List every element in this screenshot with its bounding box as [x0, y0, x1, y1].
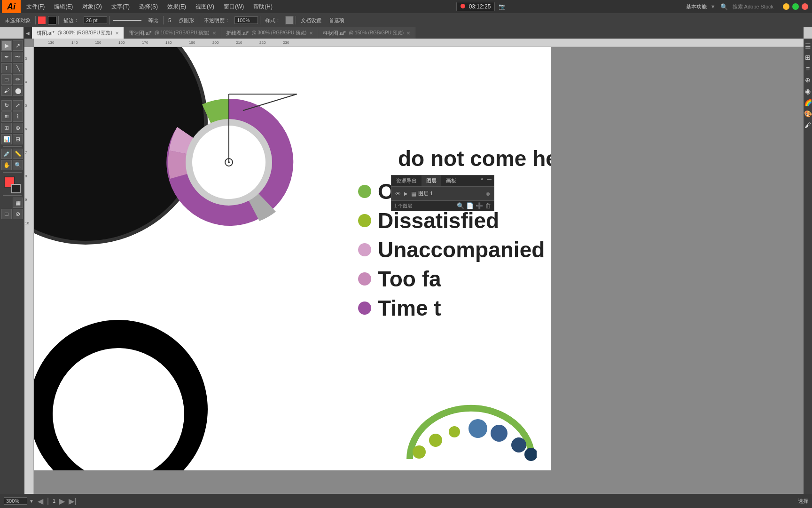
canvas-area: 130 140 150 160 170 180 190 200 210 220 …: [24, 39, 804, 494]
menu-window[interactable]: 窗口(W): [220, 2, 248, 12]
layer-expand-icon[interactable]: ▶: [403, 191, 409, 196]
control-toolbar: 未选择对象 描边： 等比 5 点圆形 不透明度： 样式： 文档设置 首选项: [0, 13, 812, 27]
equal-label: 等比: [145, 16, 161, 25]
camera-icon[interactable]: 📷: [499, 3, 506, 10]
tool-row-select: ▶ ↗: [1, 40, 23, 51]
layer-tab-layers[interactable]: 图层: [422, 175, 441, 186]
minimize-button[interactable]: [783, 3, 789, 10]
nav-end-icon[interactable]: ▶|: [69, 497, 76, 506]
tool-hand[interactable]: ✋: [1, 160, 12, 170]
stroke-icon-right[interactable]: ◉: [805, 87, 811, 95]
tool-chart2[interactable]: ⊟: [13, 134, 23, 144]
tool-warp[interactable]: ≋: [1, 111, 12, 122]
layer-tab-artboard[interactable]: 画板: [441, 175, 461, 186]
tool-grid-1[interactable]: ▦: [13, 198, 23, 208]
tool-chart[interactable]: 📊: [1, 134, 12, 144]
fill-color-box[interactable]: [48, 16, 56, 24]
fill-stroke-indicator[interactable]: [4, 176, 21, 193]
zoom-dropdown-icon[interactable]: ▼: [29, 499, 34, 504]
layers-add-icon[interactable]: 📄: [466, 202, 474, 209]
tool-warp2[interactable]: ⌇: [13, 111, 23, 122]
donut-svg: [151, 85, 306, 240]
tool-mode-2[interactable]: ⊘: [13, 209, 23, 219]
tool-brush[interactable]: 🖌: [1, 86, 12, 96]
tool-row-chart: 📊 ⊟: [1, 134, 23, 144]
tab-1-close[interactable]: ✕: [212, 31, 216, 36]
legend-dot-4: [358, 302, 371, 315]
tool-scale[interactable]: ⤢: [13, 100, 23, 111]
menu-effect[interactable]: 效果(E): [164, 2, 190, 12]
tool-free-transform[interactable]: ⊞: [1, 123, 12, 133]
pathfinder-icon[interactable]: ⊕: [805, 76, 811, 84]
menu-view[interactable]: 视图(V): [192, 2, 218, 12]
close-button[interactable]: [802, 3, 808, 10]
layers-delete-icon[interactable]: 🗑: [485, 202, 491, 209]
swatch-icon[interactable]: 🎨: [804, 110, 812, 118]
menu-file[interactable]: 文件(F): [23, 2, 48, 12]
zoom-input[interactable]: [4, 497, 27, 505]
tool-rotate[interactable]: ↻: [1, 100, 12, 111]
menu-object[interactable]: 对象(O): [78, 2, 105, 12]
layers-pin-icon[interactable]: —: [485, 176, 493, 182]
tab-3[interactable]: 柱状图.ai* @ 150% (RGB/GPU 预览) ✕: [318, 27, 415, 39]
transform-icon[interactable]: ⊞: [805, 54, 811, 61]
menu-help[interactable]: 帮助(H): [250, 2, 276, 12]
layers-search-icon[interactable]: 🔍: [457, 202, 464, 209]
workspace-label[interactable]: 基本功能: [686, 3, 707, 10]
legend-label-1: Dissatisfied: [378, 208, 499, 233]
layers-new-icon[interactable]: ➕: [476, 202, 483, 209]
titlebar-center: 03:12:25 📷: [456, 2, 506, 11]
tool-curvature[interactable]: 〜: [13, 52, 23, 62]
stroke-color-box[interactable]: [38, 16, 46, 24]
stroke-color[interactable]: [11, 184, 21, 193]
tool-blob[interactable]: ⬤: [13, 86, 23, 96]
doc-settings-btn[interactable]: 文档设置: [298, 16, 324, 25]
tool-direct-select[interactable]: ↗: [13, 40, 23, 51]
search-placeholder[interactable]: 搜索 Adobe Stock: [733, 3, 773, 10]
tabs-scroll-left[interactable]: ◀: [23, 27, 32, 39]
tab-2-close[interactable]: ✕: [309, 31, 313, 36]
tab-3-close[interactable]: ✕: [406, 31, 410, 36]
tool-shape-build[interactable]: ⊕: [13, 123, 23, 133]
menu-select[interactable]: 选择(S): [135, 2, 162, 12]
layer-row-0[interactable]: 👁 ▶ ▦ 图层 1 ◎: [393, 189, 492, 198]
tool-mode-1[interactable]: □: [1, 209, 12, 219]
tab-2[interactable]: 折线图.ai* @ 300% (RGB/GPU 预览) ✕: [221, 27, 319, 39]
tab-0-close[interactable]: ✕: [115, 31, 119, 36]
stroke-value-input[interactable]: [84, 16, 107, 24]
menu-text[interactable]: 文字(T): [108, 2, 133, 12]
preferences-btn[interactable]: 首选项: [326, 16, 347, 25]
style-color-box[interactable]: [285, 16, 294, 24]
nav-left-icon[interactable]: ◀: [38, 497, 43, 506]
opacity-input[interactable]: [234, 16, 258, 24]
layers-content: 👁 ▶ ▦ 图层 1 ◎: [391, 187, 494, 200]
tool-line[interactable]: ╲: [13, 63, 23, 73]
layer-target-0[interactable]: ◎: [486, 191, 490, 196]
search-icon[interactable]: 🔍: [720, 3, 728, 10]
align-icon[interactable]: ≡: [806, 65, 810, 72]
tab-0[interactable]: 饼图.ai* @ 300% (RGB/GPU 预览) ✕: [32, 27, 124, 39]
maximize-button[interactable]: [792, 3, 799, 10]
tool-zoom[interactable]: 🔍: [13, 160, 23, 170]
layer-visibility-icon[interactable]: 👁: [395, 190, 401, 197]
app-logo: Ai: [2, 0, 21, 13]
tool-eyedropper[interactable]: 💉: [1, 149, 12, 159]
tab-1[interactable]: 雷达图.ai* @ 100% (RGB/GPU 预览) ✕: [124, 27, 221, 39]
tool-row-view: ▦: [1, 198, 23, 208]
properties-icon[interactable]: ☰: [805, 42, 811, 50]
layers-expand-icon[interactable]: »: [479, 176, 484, 182]
tool-select[interactable]: ▶: [1, 40, 12, 51]
nav-right-icon[interactable]: ▶: [59, 497, 65, 506]
tool-pen[interactable]: ✒: [1, 52, 12, 62]
workspace-dropdown-icon[interactable]: ▼: [710, 4, 716, 9]
tool-text[interactable]: T: [1, 63, 12, 73]
tool-sep-2: [3, 146, 22, 147]
brush-icon-right[interactable]: 🖌: [804, 121, 811, 129]
gradient-icon[interactable]: 🌈: [804, 99, 812, 106]
layers-collapse-btn[interactable]: » —: [478, 175, 494, 183]
tool-measure[interactable]: 📏: [13, 149, 23, 159]
menu-edit[interactable]: 编辑(E): [50, 2, 77, 12]
tool-rect[interactable]: □: [1, 74, 12, 85]
layer-tab-assets[interactable]: 资源导出: [391, 175, 422, 186]
tool-pencil[interactable]: ✏: [13, 74, 23, 85]
